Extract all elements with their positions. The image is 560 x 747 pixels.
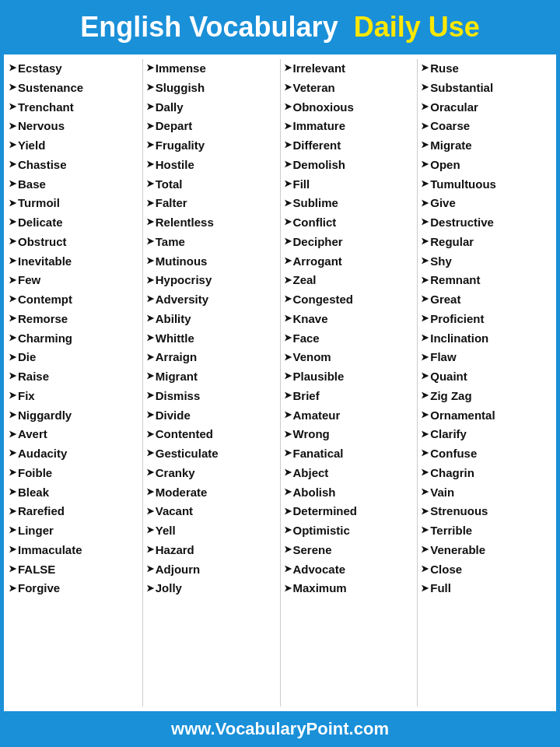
word-text: Remnant [430, 271, 480, 290]
word-text: Few [18, 271, 40, 290]
word-text: Sustenance [18, 79, 83, 98]
word-text: FALSE [18, 560, 55, 580]
word-item: Inclination [421, 329, 551, 349]
word-text: Different [293, 136, 341, 156]
word-item: Irrelevant [284, 59, 415, 79]
word-text: Die [18, 348, 36, 367]
word-text: Flaw [430, 348, 456, 367]
word-item: Obstruct [9, 233, 139, 252]
word-item: Vain [421, 483, 551, 503]
word-item: Optimistic [284, 521, 415, 541]
word-item: FALSE [9, 560, 139, 580]
word-text: Avert [18, 425, 47, 444]
word-item: Chastise [9, 156, 139, 175]
word-item: Great [421, 290, 551, 310]
word-item: Zig Zag [421, 387, 551, 406]
word-item: Mutinous [146, 252, 277, 272]
word-item: Open [421, 156, 551, 175]
word-text: Foible [18, 464, 52, 483]
word-item: Vacant [146, 502, 277, 521]
word-text: Arraign [156, 348, 197, 367]
word-text: Depart [156, 117, 193, 136]
word-text: Charming [18, 329, 72, 349]
word-item: Rarefied [9, 502, 139, 521]
word-item: Gesticulate [146, 444, 277, 464]
word-item: Full [421, 579, 551, 598]
word-text: Ecstasy [18, 59, 62, 79]
word-item: Ornamental [421, 406, 551, 426]
word-item: Remorse [9, 310, 139, 329]
page-wrapper: English Vocabulary Daily Use EcstasySust… [0, 0, 560, 747]
vocabulary-column-1: EcstasySustenanceTrenchantNervousYieldCh… [5, 59, 143, 707]
word-item: Hazard [146, 541, 277, 560]
word-item: Migrate [421, 136, 551, 156]
word-item: Raise [9, 367, 139, 387]
word-text: Niggardly [18, 406, 72, 426]
word-text: Destructive [430, 213, 494, 233]
word-text: Abject [293, 464, 329, 483]
word-item: Face [284, 329, 415, 349]
word-text: Wrong [293, 425, 330, 444]
word-text: Maximum [293, 579, 347, 598]
word-text: Sublime [293, 194, 338, 213]
word-text: Substantial [430, 79, 493, 98]
word-item: Dismiss [146, 387, 277, 406]
word-text: Clarify [430, 425, 467, 444]
word-text: Shy [430, 252, 452, 272]
word-item: Dally [146, 98, 277, 117]
word-text: Immense [156, 59, 206, 79]
word-text: Dismiss [156, 387, 201, 406]
word-text: Brief [293, 387, 320, 406]
word-text: Inevitable [18, 252, 72, 272]
word-item: Obnoxious [284, 98, 415, 117]
title-yellow: Daily Use [354, 11, 480, 43]
word-item: Determined [284, 502, 415, 521]
word-text: Hypocrisy [156, 271, 212, 290]
word-text: Obstruct [18, 233, 67, 252]
word-item: Clarify [421, 425, 551, 444]
word-text: Linger [18, 521, 54, 541]
word-item: Chagrin [421, 464, 551, 483]
word-item: Nervous [9, 117, 139, 136]
footer-url: www.VocabularyPoint.com [16, 719, 544, 739]
word-item: Decipher [284, 233, 415, 252]
word-item: Jolly [146, 579, 277, 598]
title-white: English Vocabulary [80, 11, 338, 43]
word-item: Frugality [146, 136, 277, 156]
word-item: Veteran [284, 79, 415, 98]
word-item: Fix [9, 387, 139, 406]
word-text: Hazard [156, 541, 194, 560]
word-item: Adversity [146, 290, 277, 310]
page-header: English Vocabulary Daily Use [0, 0, 560, 54]
word-item: Strenuous [421, 502, 551, 521]
word-item: Destructive [421, 213, 551, 233]
word-item: Whittle [146, 329, 277, 349]
word-text: Divide [156, 406, 191, 426]
word-text: Amateur [293, 406, 341, 426]
word-text: Fill [293, 175, 310, 195]
word-text: Nervous [18, 117, 65, 136]
word-text: Conflict [293, 213, 337, 233]
word-item: Proficient [421, 310, 551, 329]
word-text: Fix [18, 387, 35, 406]
word-item: Total [146, 175, 277, 195]
word-text: Tame [156, 233, 185, 252]
word-text: Turmoil [18, 194, 60, 213]
word-text: Close [430, 560, 462, 580]
word-text: Serene [293, 541, 332, 560]
word-item: Ecstasy [9, 59, 139, 79]
word-item: Venerable [421, 541, 551, 560]
word-text: Ornamental [430, 406, 495, 426]
word-text: Abolish [293, 483, 336, 503]
word-text: Zeal [293, 271, 317, 290]
word-text: Ability [156, 310, 191, 329]
word-item: Foible [9, 464, 139, 483]
word-item: Sluggish [146, 79, 277, 98]
word-text: Knave [293, 310, 328, 329]
word-item: Close [421, 560, 551, 580]
word-text: Full [430, 579, 451, 598]
word-text: Decipher [293, 233, 343, 252]
word-text: Delicate [18, 213, 63, 233]
word-item: Yell [146, 521, 277, 541]
word-item: Sustenance [9, 79, 139, 98]
